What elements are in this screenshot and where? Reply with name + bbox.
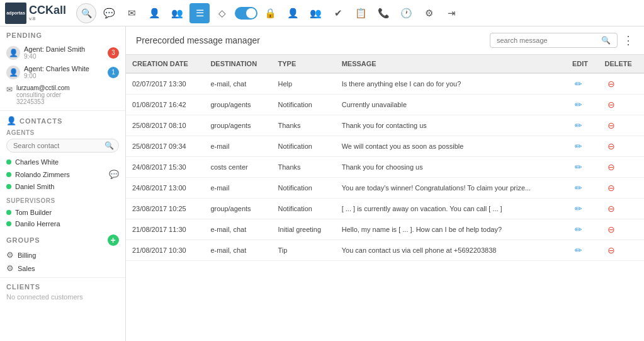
person-button[interactable]: 👤 (283, 3, 303, 23)
cell-message: Is there anything else I can do for you? (336, 73, 566, 95)
contacts-section-icon: 👤 (6, 116, 17, 125)
delete-button[interactable]: ⊖ (605, 140, 618, 153)
delete-button[interactable]: ⊖ (605, 223, 618, 236)
search-contact-input[interactable] (6, 139, 119, 153)
logo-text: CCKall (29, 4, 66, 16)
menu-button[interactable]: ☰ (189, 3, 210, 23)
cell-message: Hello, my name is [ ... ]. How can I be … (336, 219, 566, 240)
search-contact-icon: 🔍 (105, 141, 114, 150)
email-button[interactable]: ✉ (121, 3, 142, 23)
group-billing[interactable]: ⚙ Billing (6, 248, 119, 262)
edit-button[interactable]: ✏ (572, 182, 585, 194)
cell-type: Thanks (272, 115, 336, 136)
toggle-switch[interactable] (235, 7, 257, 20)
messages-table: CREATION DATE DESTINATION TYPE MESSAGE E… (126, 55, 644, 261)
cell-type: Notification (272, 199, 336, 219)
message-table-container: CREATION DATE DESTINATION TYPE MESSAGE E… (126, 55, 644, 341)
delete-button[interactable]: ⊖ (605, 244, 618, 257)
contact-rolando-zimmers[interactable]: Rolando Zimmers 💬 (6, 168, 119, 181)
email-item[interactable]: ✉ lurzuam@cctil.com consulting order 322… (6, 82, 119, 108)
clock-button[interactable]: 🕐 (396, 3, 416, 23)
pending-section: PENDING 👤 Agent: Daniel Smith 9:40 3 👤 A… (0, 26, 125, 111)
cell-destination: group/agents (204, 199, 271, 219)
clients-section: CLIENTS No connected customers (0, 277, 125, 303)
logo: adportas CCKall v.8 (5, 3, 66, 24)
agents-sublabel: AGENTS (6, 129, 119, 136)
delete-button[interactable]: ⊖ (605, 161, 618, 173)
agent-badge-daniel: 3 (108, 47, 119, 59)
panel-search-icon: 🔍 (601, 36, 611, 45)
edit-button[interactable]: ✏ (572, 244, 585, 257)
check-circle-icon: ✔ (334, 8, 342, 19)
cell-date: 24/08/2017 13:00 (126, 178, 204, 199)
col-message: MESSAGE (336, 55, 566, 73)
table-row: 21/08/2017 10:30 e-mail, chat Tip You ca… (126, 240, 644, 261)
cell-message: Thank you for choosing us (336, 157, 566, 178)
cell-delete: ⊖ (599, 95, 645, 115)
supervisor-danilo-herrera[interactable]: Danilo Herrera (6, 218, 119, 229)
groups-label: GROUPS (6, 236, 40, 244)
edit-button[interactable]: ✏ (572, 140, 585, 153)
cell-type: Notification (272, 95, 336, 115)
panel-title: Prerecorded message manager (136, 35, 260, 45)
contact-daniel-smith[interactable]: Daniel Smith (6, 181, 119, 192)
email-address: lurzuam@cctil.com (16, 84, 119, 91)
contact-charles-white[interactable]: Charles White (6, 156, 119, 168)
email-desc: consulting order (16, 91, 119, 98)
add-group-button[interactable]: + (108, 234, 119, 246)
cell-type: Notification (272, 178, 336, 199)
edit-button[interactable]: ✏ (572, 78, 585, 90)
panel-more-button[interactable]: ⋮ (623, 33, 634, 47)
phone-lock-button[interactable]: 🔒 (260, 3, 280, 23)
group-sales[interactable]: ⚙ Sales (6, 262, 119, 275)
delete-button[interactable]: ⊖ (605, 182, 618, 194)
logout-button[interactable]: ⇥ (441, 3, 461, 23)
phone2-button[interactable]: 📞 (373, 3, 393, 23)
tag-button[interactable]: ◇ (212, 3, 232, 23)
cell-message: We will contact you as soon as possible (336, 136, 566, 157)
people-button[interactable]: 👥 (305, 3, 325, 23)
top-navigation: adportas CCKall v.8 🔍 💬 ✉ 👤 👥 ☰ ◇ 🔒 👤 👥 (0, 0, 644, 26)
cell-edit: ✏ (566, 136, 599, 157)
cell-destination: costs center (204, 157, 271, 178)
sidebar: PENDING 👤 Agent: Daniel Smith 9:40 3 👤 A… (0, 26, 126, 341)
doc-button[interactable]: 📋 (351, 3, 371, 23)
chat-button[interactable]: 💬 (99, 3, 119, 23)
cell-edit: ✏ (566, 178, 599, 199)
cell-delete: ⊖ (599, 199, 645, 219)
billing-icon: ⚙ (6, 250, 14, 260)
group-button[interactable]: 👥 (167, 3, 187, 23)
agent-item-charles[interactable]: 👤 Agent: Charles White 9:00 1 (6, 62, 119, 82)
no-customers-text: No connected customers (6, 293, 119, 301)
delete-button[interactable]: ⊖ (605, 98, 618, 111)
table-header-row: CREATION DATE DESTINATION TYPE MESSAGE E… (126, 55, 644, 73)
edit-button[interactable]: ✏ (572, 202, 585, 215)
cell-delete: ⊖ (599, 240, 645, 261)
cell-edit: ✏ (566, 95, 599, 115)
delete-button[interactable]: ⊖ (605, 78, 618, 90)
cell-delete: ⊖ (599, 115, 645, 136)
edit-button[interactable]: ✏ (572, 119, 585, 132)
cell-destination: group/agents (204, 115, 271, 136)
chat-bubble-icon: 💬 (109, 170, 119, 179)
edit-button[interactable]: ✏ (572, 223, 585, 236)
panel-search-input[interactable] (497, 37, 597, 44)
col-destination: DESTINATION (204, 55, 271, 73)
group-icon: 👥 (171, 8, 183, 19)
cell-destination: e-mail (204, 136, 271, 157)
cell-type: Tip (272, 240, 336, 261)
delete-button[interactable]: ⊖ (605, 202, 618, 215)
panel-search-box: 🔍 (490, 33, 618, 48)
cell-edit: ✏ (566, 157, 599, 178)
agent-item-daniel[interactable]: 👤 Agent: Daniel Smith 9:40 3 (6, 43, 119, 62)
check-circle-button[interactable]: ✔ (328, 3, 348, 23)
contacts-button[interactable]: 👤 (144, 3, 164, 23)
supervisor-tom-builder[interactable]: Tom Builder (6, 207, 119, 218)
search-button[interactable]: 🔍 (76, 3, 96, 23)
edit-button[interactable]: ✏ (572, 161, 585, 173)
settings-button[interactable]: ⚙ (419, 3, 439, 23)
delete-button[interactable]: ⊖ (605, 119, 618, 132)
cell-delete: ⊖ (599, 178, 645, 199)
menu-lines-icon: ☰ (196, 8, 204, 19)
edit-button[interactable]: ✏ (572, 98, 585, 111)
